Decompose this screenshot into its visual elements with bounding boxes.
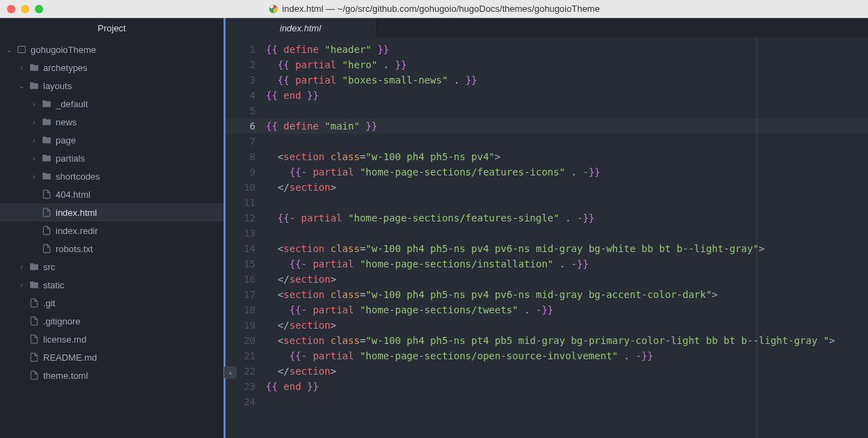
tree-item-label: README.md [43,352,97,363]
tree-item-label: robots.txt [56,244,93,254]
tree-item-news[interactable]: ›news [0,113,223,131]
folder-icon [29,80,40,91]
chevron-icon: › [31,100,38,108]
chevron-icon: › [31,173,38,180]
tree-item-label: index.html [56,208,97,218]
tab-index-html[interactable]: index.html [224,18,377,38]
tab-label: index.html [280,23,321,33]
file-tree: ⌄gohugoioTheme›archetypes⌄layouts›_defau… [0,38,223,438]
window-title: index.html — ~/go/src/github.com/gohugoi… [268,3,599,14]
tree-item--git[interactable]: .git [0,294,223,312]
code-line[interactable]: <section class="w-100 ph4 ph5-ns pv4 pv6… [266,287,868,302]
code-editor[interactable]: 123456789101112131415161718192021222324 … [224,38,868,438]
code-line[interactable]: <section class="w-100 ph4 ph5-ns pt4 pb5… [266,333,868,348]
line-number: 18 [224,302,255,318]
tree-item-404-html[interactable]: 404.html [0,185,223,203]
code-line[interactable]: {{- partial "home-page-sections/features… [266,164,868,180]
line-number: 7 [224,134,255,149]
code-line[interactable]: </section> [266,180,868,195]
code-line[interactable] [266,394,868,409]
file-icon [41,189,52,200]
folder-icon [41,116,52,127]
file-icon [29,334,40,345]
folder-icon [41,134,52,146]
tree-item-static[interactable]: ›static [0,276,223,294]
tree-item-label: news [56,117,77,127]
line-number: 5 [224,103,255,118]
file-icon [29,315,40,327]
chevron-icon: ⌄ [18,82,25,90]
svg-rect-2 [18,46,26,52]
tree-item-partials[interactable]: ›partials [0,149,223,167]
line-number: 1 [224,42,255,57]
code-line[interactable]: {{ define "main" }} [266,118,868,134]
tree-item-shortcodes[interactable]: ›shortcodes [0,167,223,185]
tree-item--gitignore[interactable]: .gitignore [0,312,223,330]
folder-icon [41,98,52,109]
code-line[interactable]: </section> [266,272,868,287]
code-content[interactable]: {{ define "header" }} {{ partial "hero" … [266,38,868,438]
code-line[interactable] [266,134,868,149]
file-icon [41,207,52,218]
tree-item-label: layouts [43,81,72,91]
code-line[interactable] [266,195,868,210]
code-line[interactable]: {{ define "header" }} [266,42,868,57]
file-icon [29,370,40,381]
code-line[interactable]: {{ partial "hero" . }} [266,57,868,72]
tree-item-gohugoiotheme[interactable]: ⌄gohugoioTheme [0,40,223,58]
folder-icon [41,171,52,182]
line-number: 8 [224,149,255,164]
minimize-window-button[interactable] [21,5,29,13]
code-line[interactable]: {{- partial "home-page-sections/features… [266,210,868,226]
line-number: 9 [224,164,255,180]
tree-item-robots-txt[interactable]: robots.txt [0,240,223,258]
tree-item-label: _default [56,99,88,109]
tree-item-license-md[interactable]: license.md [0,330,223,348]
tree-item-readme-md[interactable]: README.md [0,348,223,366]
code-line[interactable]: <section class="w-100 ph4 ph5-ns pv4"> [266,149,868,164]
tree-item-label: shortcodes [56,171,100,182]
tree-item-label: theme.toml [43,370,88,381]
line-number: 20 [224,333,255,348]
code-line[interactable]: </section> [266,318,868,333]
code-line[interactable]: {{- partial "home-page-sections/installa… [266,256,868,272]
chevron-icon: › [31,118,38,126]
line-number: 16 [224,272,255,287]
fold-indicator-icon[interactable]: ‹ [224,366,237,379]
tree-item-archetypes[interactable]: ›archetypes [0,58,223,77]
file-icon [29,352,40,363]
tree-item-label: 404.html [56,189,90,200]
line-number: 13 [224,226,255,241]
tree-item--default[interactable]: ›_default [0,95,223,113]
maximize-window-button[interactable] [35,5,43,13]
tree-item-index-redir[interactable]: index.redir [0,221,223,240]
tree-item-layouts[interactable]: ⌄layouts [0,77,223,95]
tree-item-label: static [43,280,64,290]
code-line[interactable]: {{ end }} [266,379,868,394]
folder-icon [29,62,40,73]
code-line[interactable]: <section class="w-100 ph4 ph5-ns pv4 pv6… [266,241,868,256]
tree-item-label: .git [43,298,55,308]
line-number: 15 [224,256,255,272]
tree-item-label: gohugoioTheme [31,45,96,55]
tree-item-page[interactable]: ›page [0,131,223,149]
tree-item-src[interactable]: ›src [0,258,223,276]
code-line[interactable]: {{- partial "home-page-sections/open-sou… [266,348,868,363]
chevron-icon: › [18,64,25,72]
window-controls [7,5,43,13]
tree-item-label: src [43,262,55,272]
close-window-button[interactable] [7,5,15,13]
code-line[interactable]: {{ end }} [266,88,868,103]
code-line[interactable]: </section> [266,363,868,379]
project-icon [16,44,27,55]
tree-item-index-html[interactable]: index.html [0,203,223,221]
code-line[interactable]: {{ partial "boxes-small-news" . }} [266,72,868,88]
chevron-icon: › [31,155,38,162]
tree-item-theme-toml[interactable]: theme.toml [0,366,223,384]
line-number: 3 [224,72,255,88]
line-number: 11 [224,195,255,210]
code-line[interactable]: {{- partial "home-page-sections/tweets" … [266,302,868,318]
code-line[interactable] [266,103,868,118]
chevron-icon: › [18,263,25,271]
code-line[interactable] [266,226,868,241]
